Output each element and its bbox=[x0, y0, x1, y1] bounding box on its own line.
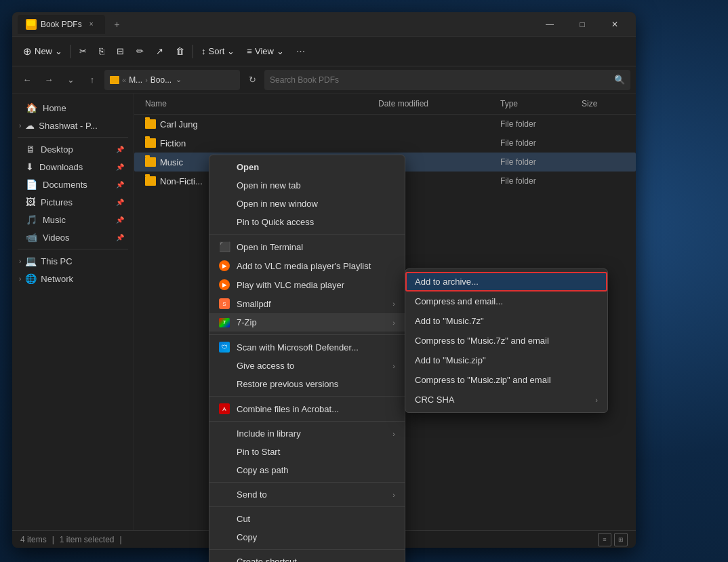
copy-button[interactable]: ⎘ bbox=[94, 41, 110, 62]
submenu-compress-email[interactable]: Compress and email... bbox=[405, 292, 607, 311]
submenu-crc-sha[interactable]: CRC SHA › bbox=[405, 390, 607, 409]
ctx-acrobat[interactable]: A Combine files in Acrobat... bbox=[209, 399, 405, 418]
sidebar-item-music[interactable]: 🎵 Music 📌 bbox=[15, 211, 131, 228]
sidebar-divider-2 bbox=[18, 249, 128, 249]
folder-icon-fiction bbox=[145, 138, 156, 148]
ctx-open-new-window[interactable]: Open in new window bbox=[209, 195, 405, 213]
new-button[interactable]: ⊕ New ⌄ bbox=[18, 41, 68, 62]
submenu-compress-zip-email[interactable]: Compress to "Music.zip" and email bbox=[405, 370, 607, 390]
folder-icon-carljung bbox=[145, 119, 156, 129]
window-controls: — □ ✕ bbox=[534, 12, 630, 37]
sidebar-item-thispc[interactable]: › 💻 This PC bbox=[12, 252, 134, 270]
rename-button[interactable]: ✏ bbox=[131, 41, 149, 62]
ctx-defender[interactable]: 🛡 Scan with Microsoft Defender... bbox=[209, 338, 405, 357]
ctx-sep-7 bbox=[209, 549, 405, 550]
network-chevron: › bbox=[19, 275, 21, 283]
sidebar-item-videos[interactable]: 📹 Videos 📌 bbox=[15, 228, 131, 246]
search-input[interactable] bbox=[270, 75, 610, 85]
delete-button[interactable]: 🗑 bbox=[170, 41, 190, 62]
forward-button[interactable]: → bbox=[39, 71, 58, 89]
tab-close-button[interactable]: × bbox=[86, 19, 97, 30]
ctx-smallpdf[interactable]: S Smallpdf › bbox=[209, 294, 405, 313]
rename-icon: ✏ bbox=[136, 46, 144, 56]
ctx-create-shortcut[interactable]: Create shortcut bbox=[209, 553, 405, 562]
sidebar-item-home[interactable]: 🏠 Home bbox=[15, 99, 131, 117]
table-row[interactable]: Fiction File folder bbox=[134, 134, 636, 153]
chevron-icon: › bbox=[19, 122, 21, 129]
sidebar-item-desktop[interactable]: 🖥 Desktop 📌 bbox=[15, 140, 131, 158]
sidebar-divider-1 bbox=[18, 137, 128, 138]
videos-icon: 📹 bbox=[26, 232, 37, 243]
submenu-add-zip[interactable]: Add to "Music.zip" bbox=[405, 350, 607, 370]
ctx-sep-1 bbox=[209, 234, 405, 235]
submenu-compress-7z-email[interactable]: Compress to "Music.7z" and email bbox=[405, 331, 607, 350]
close-button[interactable]: ✕ bbox=[599, 12, 630, 37]
ctx-open-new-tab[interactable]: Open in new tab bbox=[209, 176, 405, 195]
sidebar-item-downloads[interactable]: ⬇ Downloads 📌 bbox=[15, 158, 131, 176]
sort-label: Sort bbox=[209, 46, 225, 56]
thispc-chevron: › bbox=[19, 258, 21, 265]
ctx-give-access[interactable]: Give access to › bbox=[209, 357, 405, 375]
sidebar-item-pictures[interactable]: 🖼 Pictures 📌 bbox=[15, 193, 131, 211]
share-button[interactable]: ↗ bbox=[150, 41, 169, 62]
header-type[interactable]: Type bbox=[495, 96, 576, 111]
more-button[interactable]: ··· bbox=[291, 43, 310, 60]
ctx-sep-2 bbox=[209, 334, 405, 335]
up-button[interactable]: ↑ bbox=[83, 71, 102, 89]
grid-view-icon[interactable]: ⊞ bbox=[614, 533, 628, 546]
ctx-copy[interactable]: Copy bbox=[209, 528, 405, 546]
ctx-send-to[interactable]: Send to › bbox=[209, 485, 405, 504]
ctx-vlc-play[interactable]: ▶ Play with VLC media player bbox=[209, 275, 405, 294]
sort-button[interactable]: ↕ Sort ⌄ bbox=[196, 41, 240, 62]
submenu-add-archive[interactable]: Add to archive... bbox=[405, 272, 607, 292]
header-name[interactable]: Name bbox=[140, 96, 373, 111]
maximize-button[interactable]: □ bbox=[567, 12, 598, 37]
titlebar: Book PDFs × + — □ ✕ bbox=[12, 12, 636, 37]
paste-button[interactable]: ⊟ bbox=[111, 41, 129, 62]
list-view-icon[interactable]: ≡ bbox=[598, 533, 611, 546]
sidebar-item-documents[interactable]: 📄 Documents 📌 bbox=[15, 176, 131, 193]
vlc-icon: ▶ bbox=[219, 260, 230, 271]
ctx-pin-start[interactable]: Pin to Start bbox=[209, 443, 405, 461]
defender-icon: 🛡 bbox=[219, 342, 230, 353]
address-path[interactable]: « M... › Boo... ⌄ bbox=[104, 70, 240, 90]
share-icon: ↗ bbox=[156, 46, 163, 56]
ctx-7zip[interactable]: 7 7-Zip › bbox=[209, 313, 405, 332]
new-tab-button[interactable]: + bbox=[109, 16, 125, 33]
ctx-sep-3 bbox=[209, 396, 405, 397]
view-button[interactable]: ≡ View ⌄ bbox=[241, 41, 289, 62]
search-bar[interactable]: 🔍 bbox=[264, 70, 630, 90]
sidebar-label-documents: Documents bbox=[43, 180, 87, 190]
delete-icon: 🗑 bbox=[176, 46, 184, 56]
ctx-restore[interactable]: Restore previous versions bbox=[209, 375, 405, 393]
refresh-button[interactable]: ↻ bbox=[243, 71, 262, 89]
sidebar-item-network[interactable]: › 🌐 Network bbox=[12, 270, 134, 287]
sidebar-item-onedrive[interactable]: › ☁ Shashwat - P... bbox=[12, 117, 134, 134]
ctx-open[interactable]: Open bbox=[209, 158, 405, 176]
expand-button[interactable]: ⌄ bbox=[61, 71, 80, 89]
ctx-vlc-playlist[interactable]: ▶ Add to VLC media player's Playlist bbox=[209, 256, 405, 275]
header-size[interactable]: Size bbox=[576, 96, 630, 111]
table-row[interactable]: Carl Jung File folder bbox=[134, 115, 636, 134]
back-button[interactable]: ← bbox=[18, 71, 37, 89]
cut-button[interactable]: ✂ bbox=[74, 41, 92, 62]
ctx-copy-path[interactable]: Copy as path bbox=[209, 461, 405, 479]
ctx-open-terminal[interactable]: ⬛ Open in Terminal bbox=[209, 237, 405, 256]
downloads-icon: ⬇ bbox=[26, 161, 34, 172]
ctx-sep-6 bbox=[209, 506, 405, 507]
desktop-icon: 🖥 bbox=[26, 144, 35, 155]
sidebar-label-onedrive: Shashwat - P... bbox=[39, 121, 97, 131]
submenu-add-7z[interactable]: Add to "Music.7z" bbox=[405, 311, 607, 331]
ctx-sep-4 bbox=[209, 421, 405, 422]
active-tab[interactable]: Book PDFs × bbox=[18, 15, 105, 34]
tab-title: Book PDFs bbox=[41, 20, 82, 29]
compress-zip-email-label: Compress to "Music.zip" and email bbox=[415, 375, 551, 385]
sidebar-label-thispc: This PC bbox=[41, 256, 72, 266]
ctx-cut[interactable]: Cut bbox=[209, 510, 405, 528]
toolbar-sep-2 bbox=[193, 45, 193, 58]
header-date[interactable]: Date modified bbox=[373, 96, 495, 111]
minimize-button[interactable]: — bbox=[534, 12, 565, 37]
path-part-2: Boo... bbox=[150, 75, 171, 85]
ctx-pin-quick[interactable]: Pin to Quick access bbox=[209, 213, 405, 231]
ctx-include-library[interactable]: Include in library › bbox=[209, 424, 405, 443]
